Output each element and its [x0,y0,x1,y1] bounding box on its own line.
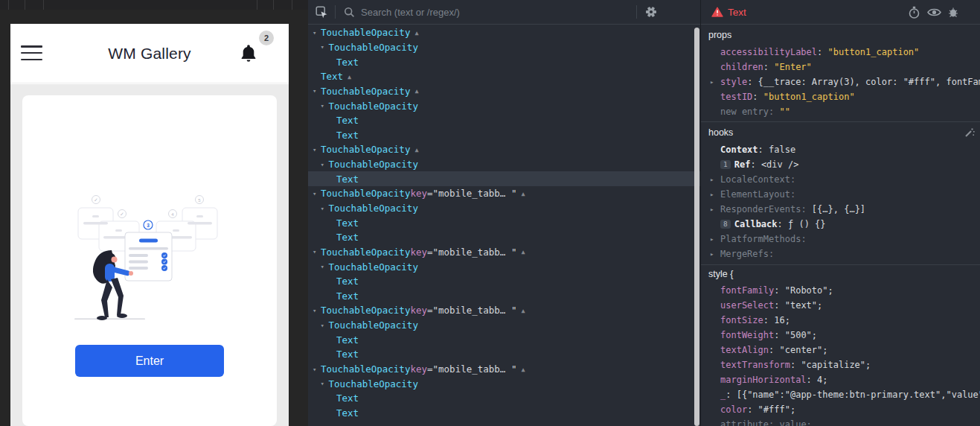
tree-row[interactable]: Text [308,289,700,304]
warning-icon: ▲ [521,307,525,314]
expand-arrow-icon[interactable]: ▾ [313,366,321,373]
expand-arrow-icon[interactable]: ▾ [313,248,321,255]
inspector-row[interactable]: color: "#fff"; [701,402,980,417]
row-key: new entry [720,106,769,117]
expand-arrow-icon[interactable]: ▾ [313,307,321,314]
tree-row[interactable]: Text [308,127,700,142]
component-name: Text [336,290,359,302]
inspector-row[interactable]: accessibilityLabel: "button1_caption" [701,45,980,60]
tree-row[interactable]: Text [308,332,700,347]
inspector-row[interactable]: testID: "button1_caption" [701,89,980,104]
row-value: "Roboto"; [785,285,833,296]
tree-row[interactable]: ▾TouchableOpacity key="mobile_tabb… "▲ [308,303,700,318]
inspector-row[interactable]: ▸PlatformMethods: [701,232,980,247]
row-key: Callback [734,219,778,229]
inspector-row[interactable]: textAlign: "center"; [701,343,980,357]
tree-row[interactable]: ▾TouchableOpacity key="mobile_tabb… "▲ [308,362,700,377]
inspector-row[interactable]: 8Callback: ƒ () {} [701,217,980,232]
tree-row[interactable]: ▾TouchableOpacity [308,376,700,391]
tree-row[interactable]: ▾TouchableOpacity key="mobile_tabb… "▲ [308,245,700,260]
bug-icon[interactable] [948,7,958,18]
tree-row[interactable]: ▾TouchableOpacity▲ [308,84,700,99]
tree-row[interactable]: Text [308,347,700,362]
key-attr-value: ="mobile_tabb… " [427,305,516,316]
tree-scrollbar-thumb[interactable] [694,28,699,426]
component-name: Text [336,130,359,141]
expand-arrow-icon[interactable]: ▸ [710,206,720,213]
inspector-row[interactable]: fontFamily: "Roboto"; [701,283,980,298]
colon: : [774,300,784,311]
inspector-row[interactable]: marginHorizontal: 4; [701,372,980,387]
tree-row[interactable]: ▾TouchableOpacity key="mobile_tabb… "▲ [308,186,700,201]
expand-arrow-icon[interactable]: ▾ [321,205,329,212]
expand-arrow-icon[interactable]: ▾ [321,102,329,109]
tree-row[interactable]: Text▲ [308,69,700,84]
inspector-row[interactable]: ▸ElementLayout: [701,187,980,202]
inspector-row[interactable]: fontSize: 16; [701,313,980,328]
expand-arrow-icon[interactable]: ▾ [321,263,329,270]
expand-arrow-icon[interactable]: ▸ [710,78,720,86]
props-section-header: props [701,25,980,45]
expand-arrow-icon[interactable]: ▸ [710,176,720,183]
tree-row[interactable]: ▾TouchableOpacity [308,40,700,55]
toolbar-divider [636,5,637,19]
tree-row[interactable]: Text [308,113,700,128]
colon: : [774,330,784,340]
expand-arrow-icon[interactable]: ▸ [710,235,720,243]
inspector-row[interactable]: 1Ref: <div /> [701,157,980,172]
inspector-row[interactable]: children: "Enter" [701,60,980,74]
tree-row[interactable]: Text [308,171,700,186]
row-value: [{"name":"@app-theme:btn-primary.text","… [737,390,980,400]
inspector-row[interactable]: userSelect: "text"; [701,298,980,313]
tree-row[interactable]: ▾TouchableOpacity [308,157,700,172]
inspector-row[interactable]: ▸ResponderEvents: [{…}, {…}] [701,202,980,217]
tree-row[interactable]: ▾TouchableOpacity [308,318,700,333]
parse-hook-names-wand-icon[interactable] [964,127,975,138]
tree-row[interactable]: ▾TouchableOpacity [308,98,700,113]
tree-row[interactable]: Text [308,391,700,406]
inspector-row[interactable]: fontWeight: "500"; [701,328,980,343]
tree-row[interactable]: ▾TouchableOpacity▲ [308,25,700,40]
tree-row[interactable]: Text [308,274,700,289]
expand-arrow-icon[interactable]: ▾ [313,190,321,197]
search-input[interactable] [361,7,636,18]
row-key: attribute [720,419,769,426]
inspector-row[interactable]: ▸MergeRefs: [701,247,980,261]
inspector-row[interactable]: _: [{"name":"@app-theme:btn-primary.text… [701,387,980,402]
notification-bell-icon[interactable] [240,44,257,63]
expand-arrow-icon[interactable]: ▾ [313,146,321,153]
expand-arrow-icon[interactable]: ▾ [313,29,321,36]
inspector-row[interactable]: Context: false [701,142,980,157]
tree-row[interactable]: Text [308,406,700,421]
expand-arrow-icon[interactable]: ▾ [321,380,329,387]
strip-divider [8,0,9,10]
inspector-row[interactable]: ▸LocaleContext: [701,172,980,187]
gear-icon[interactable] [645,6,657,18]
expand-arrow-icon[interactable]: ▸ [710,191,720,198]
colon: : [774,285,784,296]
expand-arrow-icon[interactable]: ▾ [321,43,329,51]
component-name: TouchableOpacity [329,320,418,331]
inspector-row[interactable]: new entry: "" [701,104,980,119]
eye-icon[interactable] [927,7,941,17]
expand-arrow-icon[interactable]: ▾ [313,87,321,95]
expand-arrow-icon[interactable]: ▾ [321,322,329,329]
enter-button[interactable]: Enter [75,345,224,377]
inspector-row[interactable]: ▸style: {__trace: Array(3), color: "#fff… [701,74,980,89]
tree-row[interactable]: Text [308,215,700,230]
tree-row[interactable]: Text [308,54,700,69]
tree-row[interactable]: ▾TouchableOpacity [308,259,700,274]
inspector-row[interactable]: attribute: value; [701,417,980,426]
expand-arrow-icon[interactable]: ▾ [321,161,329,168]
expand-arrow-icon[interactable]: ▸ [710,250,720,258]
inspector-row[interactable]: textTransform: "capitalize"; [701,357,980,372]
tree-row[interactable]: ▾TouchableOpacity [308,201,700,216]
tree-row[interactable]: Text [308,230,700,245]
stopwatch-icon[interactable] [908,6,920,19]
section-hooks: hooks Context: false1Ref: <div />▸Locale… [701,122,980,265]
tree-row[interactable]: ▾TouchableOpacity▲ [308,142,700,157]
colon: : [750,159,760,170]
inspect-element-icon[interactable] [316,6,328,19]
colon: : [726,390,736,400]
hamburger-menu-icon[interactable] [21,45,42,60]
